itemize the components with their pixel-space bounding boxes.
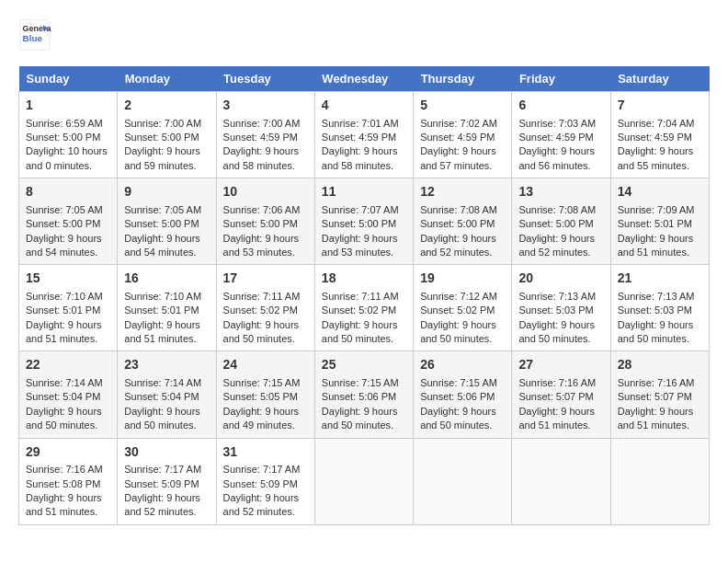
calendar-cell: 22Sunrise: 7:14 AMSunset: 5:04 PMDayligh…: [19, 351, 118, 438]
sunset-label: Sunset: 4:59 PM: [223, 132, 298, 143]
daylight-label: Daylight: 9 hours and 51 minutes.: [618, 233, 694, 258]
calendar-cell: 26Sunrise: 7:15 AMSunset: 5:06 PMDayligh…: [414, 351, 512, 438]
week-row-5: 29Sunrise: 7:16 AMSunset: 5:08 PMDayligh…: [19, 438, 710, 524]
day-number: 31: [223, 443, 308, 462]
calendar-cell: 30Sunrise: 7:17 AMSunset: 5:09 PMDayligh…: [118, 438, 216, 524]
sunrise-label: Sunrise: 6:59 AM: [26, 118, 103, 129]
column-header-saturday: Saturday: [610, 66, 709, 92]
sunrise-label: Sunrise: 7:13 AM: [618, 291, 695, 302]
sunrise-label: Sunrise: 7:06 AM: [223, 204, 301, 215]
daylight-label: Daylight: 9 hours and 50 minutes.: [618, 319, 694, 344]
sunrise-label: Sunrise: 7:08 AM: [420, 204, 497, 215]
calendar-cell: [414, 438, 512, 524]
sunrise-label: Sunrise: 7:14 AM: [124, 377, 201, 388]
sunrise-label: Sunrise: 7:07 AM: [322, 204, 399, 215]
daylight-label: Daylight: 9 hours and 56 minutes.: [518, 145, 595, 170]
sunset-label: Sunset: 5:00 PM: [223, 218, 298, 229]
calendar-cell: 9Sunrise: 7:05 AMSunset: 5:00 PMDaylight…: [118, 178, 216, 265]
column-header-sunday: Sunday: [19, 66, 118, 92]
week-row-2: 8Sunrise: 7:05 AMSunset: 5:00 PMDaylight…: [19, 178, 710, 265]
sunrise-label: Sunrise: 7:05 AM: [26, 204, 103, 215]
daylight-label: Daylight: 9 hours and 51 minutes.: [618, 406, 694, 431]
daylight-label: Daylight: 9 hours and 52 minutes.: [124, 492, 200, 517]
column-header-wednesday: Wednesday: [314, 66, 413, 92]
calendar-cell: [610, 438, 709, 524]
calendar-cell: 15Sunrise: 7:10 AMSunset: 5:01 PMDayligh…: [19, 265, 118, 351]
day-number: 26: [420, 356, 505, 374]
sunrise-label: Sunrise: 7:12 AM: [420, 291, 497, 302]
logo-icon: General Blue: [18, 18, 51, 52]
sunset-label: Sunset: 4:59 PM: [618, 132, 692, 143]
calendar-cell: 3Sunrise: 7:00 AMSunset: 4:59 PMDaylight…: [216, 92, 314, 178]
calendar-cell: 17Sunrise: 7:11 AMSunset: 5:02 PMDayligh…: [216, 265, 314, 351]
calendar-cell: 12Sunrise: 7:08 AMSunset: 5:00 PMDayligh…: [414, 178, 512, 265]
calendar-cell: 2Sunrise: 7:00 AMSunset: 5:00 PMDaylight…: [118, 92, 216, 178]
day-number: 15: [26, 270, 110, 288]
page-header: General Blue: [18, 18, 710, 52]
calendar-cell: 5Sunrise: 7:02 AMSunset: 4:59 PMDaylight…: [414, 92, 512, 178]
sunset-label: Sunset: 5:09 PM: [223, 478, 298, 489]
sunset-label: Sunset: 5:00 PM: [124, 218, 199, 229]
daylight-label: Daylight: 9 hours and 51 minutes.: [124, 319, 200, 344]
daylight-label: Daylight: 9 hours and 52 minutes.: [223, 492, 300, 517]
sunset-label: Sunset: 5:00 PM: [124, 132, 199, 143]
daylight-label: Daylight: 9 hours and 54 minutes.: [26, 233, 102, 258]
sunset-label: Sunset: 5:04 PM: [124, 391, 199, 402]
day-number: 13: [518, 183, 603, 201]
sunset-label: Sunset: 5:00 PM: [322, 218, 396, 229]
column-header-friday: Friday: [512, 66, 610, 92]
sunrise-label: Sunrise: 7:02 AM: [420, 118, 497, 129]
day-number: 3: [223, 97, 308, 115]
day-number: 23: [124, 356, 209, 374]
daylight-label: Daylight: 9 hours and 50 minutes.: [322, 319, 398, 344]
day-number: 27: [518, 356, 603, 374]
sunset-label: Sunset: 5:01 PM: [618, 218, 692, 229]
calendar-table: SundayMondayTuesdayWednesdayThursdayFrid…: [18, 66, 710, 525]
calendar-cell: 21Sunrise: 7:13 AMSunset: 5:03 PMDayligh…: [610, 265, 709, 351]
sunset-label: Sunset: 5:02 PM: [322, 304, 396, 316]
week-row-3: 15Sunrise: 7:10 AMSunset: 5:01 PMDayligh…: [19, 265, 710, 351]
calendar-cell: 1Sunrise: 6:59 AMSunset: 5:00 PMDaylight…: [19, 92, 118, 178]
sunset-label: Sunset: 5:06 PM: [322, 391, 396, 402]
calendar-cell: 20Sunrise: 7:13 AMSunset: 5:03 PMDayligh…: [512, 265, 610, 351]
calendar-cell: 11Sunrise: 7:07 AMSunset: 5:00 PMDayligh…: [314, 178, 413, 265]
daylight-label: Daylight: 9 hours and 58 minutes.: [223, 145, 300, 170]
sunrise-label: Sunrise: 7:15 AM: [223, 377, 301, 388]
sunrise-label: Sunrise: 7:09 AM: [618, 204, 695, 215]
daylight-label: Daylight: 9 hours and 49 minutes.: [223, 406, 300, 431]
daylight-label: Daylight: 9 hours and 50 minutes.: [420, 406, 496, 431]
sunrise-label: Sunrise: 7:15 AM: [322, 377, 399, 388]
svg-text:Blue: Blue: [23, 33, 43, 43]
day-number: 18: [322, 270, 406, 288]
calendar-cell: 10Sunrise: 7:06 AMSunset: 5:00 PMDayligh…: [216, 178, 314, 265]
sunrise-label: Sunrise: 7:13 AM: [518, 291, 596, 302]
column-header-tuesday: Tuesday: [216, 66, 314, 92]
sunrise-label: Sunrise: 7:10 AM: [124, 291, 201, 302]
day-number: 8: [26, 183, 110, 201]
sunrise-label: Sunrise: 7:16 AM: [618, 377, 695, 388]
daylight-label: Daylight: 9 hours and 50 minutes.: [223, 319, 300, 344]
daylight-label: Daylight: 9 hours and 52 minutes.: [518, 233, 595, 258]
day-number: 22: [26, 356, 110, 374]
sunset-label: Sunset: 5:09 PM: [124, 478, 199, 489]
day-number: 19: [420, 270, 505, 288]
day-number: 12: [420, 183, 505, 201]
day-number: 2: [124, 97, 209, 115]
day-number: 10: [223, 183, 308, 201]
sunset-label: Sunset: 5:07 PM: [618, 391, 692, 402]
day-number: 30: [124, 443, 209, 462]
week-row-4: 22Sunrise: 7:14 AMSunset: 5:04 PMDayligh…: [19, 351, 710, 438]
calendar-cell: 31Sunrise: 7:17 AMSunset: 5:09 PMDayligh…: [216, 438, 314, 524]
sunset-label: Sunset: 5:08 PM: [26, 478, 100, 489]
sunset-label: Sunset: 5:02 PM: [223, 304, 298, 316]
daylight-label: Daylight: 9 hours and 58 minutes.: [322, 145, 398, 170]
daylight-label: Daylight: 9 hours and 53 minutes.: [322, 233, 398, 258]
day-number: 6: [518, 97, 603, 115]
sunrise-label: Sunrise: 7:16 AM: [26, 464, 103, 475]
sunrise-label: Sunrise: 7:08 AM: [518, 204, 596, 215]
daylight-label: Daylight: 9 hours and 50 minutes.: [124, 406, 200, 431]
day-number: 4: [322, 97, 406, 115]
day-number: 21: [618, 270, 702, 288]
sunrise-label: Sunrise: 7:17 AM: [223, 464, 301, 475]
calendar-cell: 4Sunrise: 7:01 AMSunset: 4:59 PMDaylight…: [314, 92, 413, 178]
